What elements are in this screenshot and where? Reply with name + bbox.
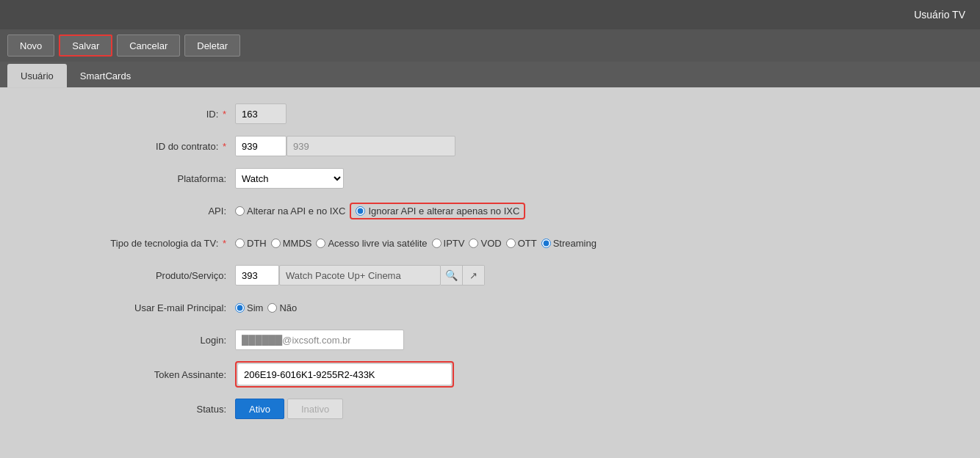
api-alterar-radio[interactable] bbox=[235, 206, 245, 216]
produto-search-button[interactable]: 🔍 bbox=[441, 265, 463, 286]
usar-email-row: Usar E-mail Principal: Sim Não bbox=[0, 297, 980, 319]
produto-id-input[interactable] bbox=[235, 265, 279, 286]
token-row: Token Assinante: bbox=[0, 361, 980, 388]
api-ignorar-radio[interactable] bbox=[356, 206, 365, 216]
login-row: Login: bbox=[0, 329, 980, 351]
novo-button[interactable]: Novo bbox=[7, 34, 54, 57]
api-ignorar-highlight: Ignorar API e alterar apenas no IXC bbox=[350, 203, 525, 219]
api-row: API: Alterar na API e no IXC Ignorar API… bbox=[0, 200, 980, 222]
produto-open-button[interactable]: ↗ bbox=[463, 265, 485, 286]
usar-email-sim-radio[interactable] bbox=[235, 303, 245, 313]
tipo-iptv-item: IPTV bbox=[432, 238, 465, 249]
tipo-streaming-item: Streaming bbox=[541, 238, 597, 249]
tab-smartcards[interactable]: SmartCards bbox=[67, 64, 144, 87]
id-row: ID: * bbox=[0, 103, 980, 125]
token-highlight bbox=[235, 361, 454, 388]
api-radio-group: Alterar na API e no IXC Ignorar API e al… bbox=[235, 203, 525, 219]
tipo-iptv-radio[interactable] bbox=[432, 239, 442, 248]
tipo-vod-item: VOD bbox=[469, 238, 501, 249]
tipo-mmds-item: MMDS bbox=[271, 238, 312, 249]
topbar: Usuário TV bbox=[0, 0, 980, 29]
content-area: ID: * ID do contrato: * Plataforma: Watc… bbox=[0, 88, 980, 455]
tipo-tv-radio-group: DTH MMDS Acesso livre via satélite IPTV … bbox=[235, 238, 597, 249]
login-input[interactable] bbox=[235, 330, 404, 350]
tipo-streaming-radio[interactable] bbox=[541, 239, 551, 248]
tab-usuario[interactable]: Usuário bbox=[7, 64, 67, 87]
toolbar: Novo Salvar Cancelar Deletar bbox=[0, 29, 980, 62]
tipo-ott-label: OTT bbox=[518, 238, 537, 249]
id-contrato-input2 bbox=[287, 136, 455, 156]
login-label: Login: bbox=[0, 335, 235, 346]
tipo-ott-item: OTT bbox=[506, 238, 537, 249]
api-ignorar-label: Ignorar API e alterar apenas no IXC bbox=[368, 206, 519, 217]
api-label: API: bbox=[0, 206, 235, 217]
tipo-dth-label: DTH bbox=[247, 238, 267, 249]
usar-email-sim-item: Sim bbox=[235, 302, 263, 313]
id-contrato-label: ID do contrato: * bbox=[0, 141, 235, 152]
usar-email-nao-radio[interactable] bbox=[267, 303, 277, 313]
tipo-vod-radio[interactable] bbox=[469, 239, 478, 248]
tipo-mmds-label: MMDS bbox=[283, 238, 312, 249]
tipo-dth-item: DTH bbox=[235, 238, 267, 249]
produto-row: Produto/Serviço: 🔍 ↗ bbox=[0, 264, 980, 286]
usar-email-nao-item: Não bbox=[267, 302, 297, 313]
produto-inputs: 🔍 ↗ bbox=[235, 265, 485, 286]
status-buttons: Ativo Inativo bbox=[235, 399, 343, 419]
token-input[interactable] bbox=[238, 364, 451, 385]
deletar-button[interactable]: Deletar bbox=[184, 34, 240, 57]
usar-email-label: Usar E-mail Principal: bbox=[0, 302, 235, 313]
produto-label: Produto/Serviço: bbox=[0, 270, 235, 281]
usar-email-nao-label: Não bbox=[279, 302, 297, 313]
tipo-dth-radio[interactable] bbox=[235, 239, 245, 248]
salvar-button[interactable]: Salvar bbox=[59, 34, 112, 57]
id-contrato-input1[interactable] bbox=[235, 136, 287, 156]
tipo-acesso-label: Acesso livre via satélite bbox=[328, 238, 427, 249]
usar-email-radio-group: Sim Não bbox=[235, 302, 297, 313]
tipo-vod-label: VOD bbox=[480, 238, 501, 249]
tabs-bar: Usuário SmartCards bbox=[0, 62, 980, 88]
topbar-title: Usuário TV bbox=[914, 9, 965, 21]
tipo-streaming-label: Streaming bbox=[553, 238, 597, 249]
id-input bbox=[235, 103, 287, 124]
plataforma-label: Plataforma: bbox=[0, 173, 235, 184]
cancelar-button[interactable]: Cancelar bbox=[117, 34, 180, 57]
tipo-acesso-item: Acesso livre via satélite bbox=[316, 238, 427, 249]
tipo-iptv-label: IPTV bbox=[444, 238, 465, 249]
status-label: Status: bbox=[0, 404, 235, 415]
tipo-ott-radio[interactable] bbox=[506, 239, 516, 248]
token-label: Token Assinante: bbox=[0, 369, 235, 380]
plataforma-select[interactable]: Watch IPTV OTT bbox=[235, 168, 344, 189]
produto-name-input bbox=[279, 265, 441, 286]
tipo-tv-row: Tipo de tecnologia da TV: * DTH MMDS Ace… bbox=[0, 232, 980, 254]
api-alterar-label: Alterar na API e no IXC bbox=[247, 206, 345, 217]
status-row: Status: Ativo Inativo bbox=[0, 398, 980, 420]
id-contrato-row: ID do contrato: * bbox=[0, 135, 980, 157]
plataforma-row: Plataforma: Watch IPTV OTT bbox=[0, 167, 980, 189]
tipo-acesso-radio[interactable] bbox=[316, 239, 325, 248]
tipo-mmds-radio[interactable] bbox=[271, 239, 281, 248]
id-label: ID: * bbox=[0, 109, 235, 120]
api-alterar-item: Alterar na API e no IXC bbox=[235, 206, 345, 217]
status-ativo-button[interactable]: Ativo bbox=[235, 399, 284, 419]
tipo-tv-label: Tipo de tecnologia da TV: * bbox=[0, 238, 235, 249]
id-contrato-inputs bbox=[235, 136, 455, 156]
usar-email-sim-label: Sim bbox=[247, 302, 263, 313]
status-inativo-button[interactable]: Inativo bbox=[287, 399, 343, 419]
